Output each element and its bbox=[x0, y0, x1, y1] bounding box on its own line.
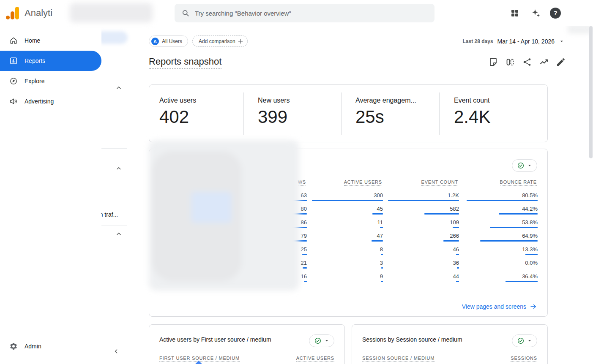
chevron-down-icon bbox=[559, 38, 565, 44]
cell-active-users: 3 bbox=[380, 260, 383, 266]
cell-views: 80 bbox=[301, 206, 307, 212]
metric-value: 402 bbox=[159, 107, 189, 127]
card-title-metric: Sessions bbox=[362, 336, 386, 344]
sidebar-item-label: Reports bbox=[25, 57, 45, 64]
value-bar bbox=[456, 281, 459, 282]
chevron-up-icon[interactable] bbox=[115, 84, 122, 91]
value-bar bbox=[304, 281, 307, 282]
advertising-icon bbox=[9, 97, 18, 106]
sidebar-item-advertising[interactable]: Advertising bbox=[0, 91, 101, 111]
cell-active-users: 11 bbox=[377, 219, 383, 225]
sidebar-item-reports[interactable]: Reports bbox=[0, 51, 101, 71]
column-header-active-users: ACTIVE USERS bbox=[344, 179, 382, 186]
card-title-dimension: First user source / medium bbox=[201, 336, 271, 344]
data-quality-dropdown[interactable] bbox=[309, 334, 334, 347]
column-header-event-count: EVENT COUNT bbox=[421, 179, 458, 186]
cell-active-users: 47 bbox=[377, 233, 383, 239]
chevron-down-icon bbox=[527, 163, 533, 168]
metric-divider bbox=[341, 92, 342, 135]
value-bar bbox=[372, 240, 383, 242]
value-bar bbox=[303, 267, 307, 269]
metric-avg-engagement: Average engagem... 25s bbox=[355, 85, 444, 142]
cell-bounce-rate: 0.0% bbox=[525, 260, 538, 266]
chevron-up-icon[interactable] bbox=[115, 165, 122, 172]
collapse-nav-icon[interactable] bbox=[113, 348, 120, 355]
all-users-chip-label: All Users bbox=[162, 38, 182, 44]
analytics-logo[interactable] bbox=[6, 6, 19, 20]
cell-views: 86 bbox=[301, 219, 307, 225]
sidebar-item-admin[interactable]: Admin bbox=[0, 336, 101, 356]
value-bar bbox=[456, 254, 459, 255]
vertical-scrollbar-thumb[interactable] bbox=[589, 26, 593, 158]
metric-divider bbox=[243, 92, 244, 135]
sidebar-item-label: Admin bbox=[25, 343, 41, 350]
sidebar-item-explore[interactable]: Explore bbox=[0, 71, 101, 91]
view-pages-link[interactable]: View pages and screens bbox=[462, 303, 537, 310]
cell-event-count: 46 bbox=[453, 246, 459, 253]
logo-bar-tall bbox=[15, 7, 19, 19]
apps-grid-icon[interactable] bbox=[510, 8, 520, 18]
column-header-session-source: SESSION SOURCE / MEDIUM bbox=[362, 356, 435, 362]
search-bar[interactable] bbox=[175, 4, 435, 22]
date-range-picker[interactable]: Last 28 days Mar 14 - Apr 10, 2026 bbox=[463, 37, 565, 46]
arrow-right-icon bbox=[530, 303, 537, 310]
notes-icon[interactable] bbox=[488, 57, 498, 67]
sidebar-item-home[interactable]: Home bbox=[0, 30, 101, 51]
edit-pencil-icon[interactable] bbox=[556, 57, 566, 67]
view-pages-link-label: View pages and screens bbox=[462, 303, 526, 310]
plus-icon bbox=[237, 38, 244, 45]
metric-label: Active users bbox=[159, 97, 196, 104]
card-title-dimension: Session source / medium bbox=[396, 336, 462, 344]
value-bar bbox=[424, 213, 459, 215]
blurred-region-highlight bbox=[191, 192, 232, 223]
cell-bounce-rate: 64.9% bbox=[522, 233, 538, 239]
active-users-by-source-card: Active users by First user source / medi… bbox=[149, 324, 345, 364]
add-comparison-label: Add comparison bbox=[199, 38, 235, 44]
value-bar bbox=[381, 281, 383, 282]
cell-bounce-rate: 80.5% bbox=[522, 192, 538, 198]
comparison-icon[interactable] bbox=[505, 57, 515, 67]
search-input[interactable] bbox=[195, 10, 428, 17]
chevron-down-icon bbox=[324, 338, 330, 344]
reports-icon bbox=[9, 57, 18, 65]
share-icon[interactable] bbox=[522, 57, 532, 67]
bar-chart-peek bbox=[195, 361, 202, 364]
insights-icon[interactable] bbox=[539, 57, 549, 67]
date-range-value: Mar 14 - Apr 10, 2026 bbox=[497, 38, 555, 45]
all-users-chip[interactable]: A All Users bbox=[149, 35, 188, 47]
cell-event-count: 44 bbox=[453, 273, 459, 280]
logo-bar-mid bbox=[11, 11, 14, 19]
analytics-app: Analyti ? Home Reports bbox=[0, 0, 593, 364]
metric-new-users: New users 399 bbox=[258, 85, 347, 142]
value-bar bbox=[372, 213, 383, 215]
value-bar bbox=[312, 200, 383, 201]
blurred-region bbox=[149, 140, 299, 291]
cell-event-count: 266 bbox=[450, 233, 459, 239]
app-name: Analyti bbox=[25, 0, 52, 26]
data-quality-dropdown[interactable] bbox=[512, 334, 537, 347]
check-circle-icon bbox=[517, 337, 525, 345]
segment-avatar: A bbox=[151, 38, 159, 45]
value-bar bbox=[525, 254, 538, 255]
help-icon[interactable]: ? bbox=[550, 8, 561, 19]
check-circle-icon bbox=[314, 337, 322, 345]
page-title: Reports snapshot bbox=[149, 56, 221, 69]
sparkle-icon[interactable] bbox=[530, 8, 541, 18]
nav-item-truncated-label[interactable]: rch traf... bbox=[95, 211, 145, 218]
card-title-by: by bbox=[386, 336, 396, 343]
blurred-property-name bbox=[70, 3, 153, 22]
card-title: Sessions by Session source / medium bbox=[362, 336, 462, 343]
cell-active-users: 300 bbox=[374, 192, 383, 198]
add-comparison-chip[interactable]: Add comparison bbox=[192, 35, 248, 47]
cell-bounce-rate: 13.3% bbox=[522, 246, 538, 253]
sidebar-item-label: Advertising bbox=[25, 98, 54, 105]
metric-event-count: Event count 2.4K bbox=[454, 85, 543, 142]
value-bar bbox=[443, 240, 459, 242]
chevron-up-icon[interactable] bbox=[115, 231, 122, 237]
value-bar bbox=[467, 200, 538, 201]
data-quality-dropdown[interactable] bbox=[512, 159, 537, 172]
logo-dot bbox=[6, 16, 10, 19]
metrics-summary-card: Active users 402 New users 399 Average e… bbox=[149, 84, 548, 142]
sidebar-item-label: Home bbox=[25, 37, 40, 44]
cell-bounce-rate: 53.8% bbox=[522, 219, 538, 225]
